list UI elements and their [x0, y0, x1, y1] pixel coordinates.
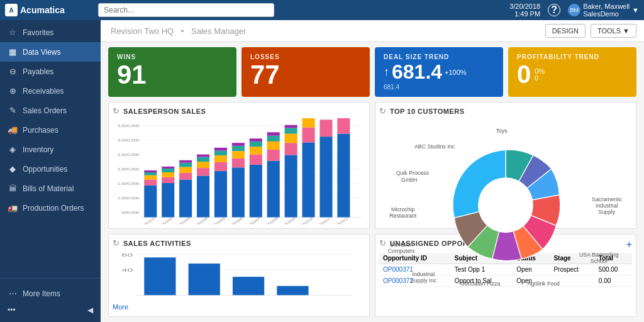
svg-rect-50 — [267, 150, 280, 161]
sidebar-item-receivables[interactable]: ⊕ Receivables — [0, 81, 101, 101]
activities-refresh-icon[interactable]: ↻ — [113, 238, 119, 248]
help-icon[interactable]: ? — [548, 4, 560, 16]
sales-orders-icon: ✎ — [8, 106, 18, 115]
svg-text:201609: 201609 — [284, 217, 297, 225]
svg-text:1,000,000: 1,000,000 — [118, 196, 140, 200]
svg-text:2,500,000: 2,500,000 — [118, 153, 140, 157]
svg-text:School: School — [591, 258, 608, 264]
user-area[interactable]: BM Baker, Maxwell SalesDemo ▼ — [568, 3, 639, 18]
design-button[interactable]: DESIGN — [545, 24, 586, 38]
sidebar-item-opportunities[interactable]: ◆ Opportunities — [0, 159, 101, 179]
svg-rect-17 — [144, 172, 157, 175]
svg-text:201610: 201610 — [301, 217, 314, 225]
data-views-icon: ▦ — [8, 47, 18, 57]
main-layout: ☆ Favorites ▦ Data Views ⊖ Payables ⊕ Re… — [0, 20, 644, 322]
donut-area: Toys ABC Studios Inc Quik Process GmbH M… — [379, 118, 632, 292]
salesperson-refresh-icon[interactable]: ↻ — [113, 106, 119, 116]
collapse-arrow[interactable]: ◀ — [87, 306, 93, 314]
search-bar[interactable] — [98, 3, 274, 17]
top10-chart-title: TOP 10 CUSTOMERS — [390, 108, 465, 115]
sidebar-label-receivables: Receivables — [23, 87, 64, 96]
svg-text:3,000,000: 3,000,000 — [118, 138, 140, 142]
svg-text:201604: 201604 — [196, 216, 209, 225]
svg-text:Elevation: Elevation — [390, 242, 413, 248]
payables-icon: ⊖ — [8, 67, 18, 76]
sidebar-item-inventory[interactable]: ◈ Inventory — [0, 140, 101, 159]
svg-rect-45 — [250, 155, 262, 165]
sidebar-label-payables: Payables — [23, 67, 53, 76]
deal-sub2: 681.4 — [384, 84, 494, 91]
expand-dots: ••• — [8, 306, 16, 314]
svg-rect-64 — [337, 134, 350, 218]
svg-rect-43 — [232, 143, 245, 146]
kpi-deal-sub: ↑ 681.4 +100% — [384, 60, 494, 84]
sidebar-item-production-orders[interactable]: 🚛 Production Orders — [0, 198, 101, 218]
svg-text:201611: 201611 — [318, 217, 331, 225]
svg-rect-40 — [232, 158, 245, 168]
more-items-label: More Items — [23, 289, 60, 298]
date-line1: 3/20/2018 — [509, 3, 540, 10]
svg-rect-18 — [144, 170, 157, 172]
sidebar-item-bills-of-material[interactable]: 🏛 Bills of Material — [0, 179, 101, 198]
purchases-icon: 🚚 — [8, 125, 18, 135]
kpi-losses-label: LOSSES — [250, 53, 361, 60]
svg-text:201512: 201512 — [143, 217, 156, 225]
svg-text:Toys: Toys — [496, 128, 508, 134]
top10-customers-panel: ↻ TOP 10 CUSTOMERS Toys ABC Studios Inc … — [375, 102, 636, 229]
activities-svg: 60 40 — [113, 250, 365, 301]
svg-rect-47 — [250, 142, 262, 147]
svg-text:500,000: 500,000 — [121, 211, 139, 214]
content-header: Revision Two HQ • Sales Manager DESIGN T… — [101, 20, 644, 42]
svg-text:Sacramento: Sacramento — [592, 196, 621, 203]
activities-title: SALES ACTIVITIES — [123, 240, 191, 247]
svg-rect-61 — [303, 118, 315, 128]
svg-rect-31 — [197, 162, 209, 168]
kpi-deal-size: DEAL SIZE TREND ↑ 681.4 +100% 681.4 — [375, 47, 503, 97]
kpi-losses-value: 77 — [250, 60, 361, 89]
svg-rect-54 — [285, 155, 297, 217]
svg-rect-42 — [232, 146, 245, 151]
sidebar-expand-btn[interactable]: ••• ◀ — [0, 303, 101, 317]
svg-text:201603: 201603 — [178, 217, 191, 225]
tools-button[interactable]: TOOLS ▼ — [591, 24, 636, 38]
more-label[interactable]: More — [113, 301, 365, 313]
top10-refresh-icon[interactable]: ↻ — [379, 106, 386, 116]
sidebar-label-production: Production Orders — [23, 204, 84, 213]
content-area: Revision Two HQ • Sales Manager DESIGN T… — [101, 20, 644, 322]
svg-text:201612: 201612 — [336, 217, 349, 225]
svg-rect-49 — [267, 161, 280, 218]
svg-rect-32 — [197, 157, 209, 162]
svg-rect-103 — [233, 277, 264, 295]
svg-rect-56 — [285, 134, 297, 143]
svg-rect-63 — [319, 119, 332, 136]
svg-rect-35 — [214, 162, 227, 171]
date-line2: 1:49 PM — [509, 10, 540, 18]
sidebar-item-sales-orders[interactable]: ✎ Sales Orders — [0, 101, 101, 120]
favorites-label: Favorites — [23, 28, 53, 37]
svg-rect-51 — [267, 142, 280, 150]
bar-chart-svg: 3,500,000 3,000,000 2,500,000 2,000,000 … — [113, 118, 365, 225]
sidebar-item-more-items[interactable]: ⋯ More Items — [0, 284, 101, 303]
kpi-wins: WINS 91 — [108, 47, 236, 97]
sidebar-item-purchases[interactable]: 🚚 Purchases — [0, 120, 101, 140]
svg-rect-33 — [197, 155, 209, 157]
svg-rect-48 — [250, 138, 262, 142]
deal-value: 681.4 — [392, 60, 442, 84]
svg-text:Supply Inc: Supply Inc — [411, 277, 437, 284]
sidebar-label-sales-orders: Sales Orders — [23, 106, 67, 115]
svg-text:GmbH: GmbH — [401, 177, 417, 183]
user-dropdown-icon[interactable]: ▼ — [632, 6, 639, 14]
kpi-losses: LOSSES 77 — [242, 47, 370, 97]
svg-rect-39 — [232, 167, 245, 217]
sidebar-item-data-views[interactable]: ▦ Data Views — [0, 42, 101, 62]
kpi-profitability: PROFITABILITY TREND 0 0% 0 — [508, 47, 636, 97]
svg-text:Industrial: Industrial — [413, 271, 435, 277]
svg-text:Cocclatari Pizza: Cocclatari Pizza — [460, 280, 500, 287]
svg-text:40: 40 — [121, 268, 133, 272]
bar-chart-area: 3,500,000 3,000,000 2,500,000 2,000,000 … — [113, 118, 365, 225]
sidebar-item-payables[interactable]: ⊖ Payables — [0, 62, 101, 81]
salesperson-sales-panel: ↻ SALESPERSON SALES 3,500,000 3,000,000 … — [108, 102, 370, 229]
sidebar-item-favorites[interactable]: ☆ Favorites — [0, 23, 101, 42]
sales-activities-panel: ↻ SALES ACTIVITIES 60 40 More — [108, 234, 370, 317]
search-input[interactable] — [98, 3, 274, 17]
